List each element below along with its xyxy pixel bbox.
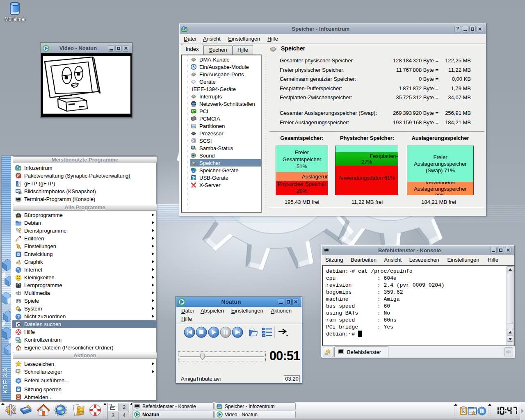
svg-text:k: k [462, 409, 465, 414]
svg-text:?: ? [17, 314, 20, 319]
